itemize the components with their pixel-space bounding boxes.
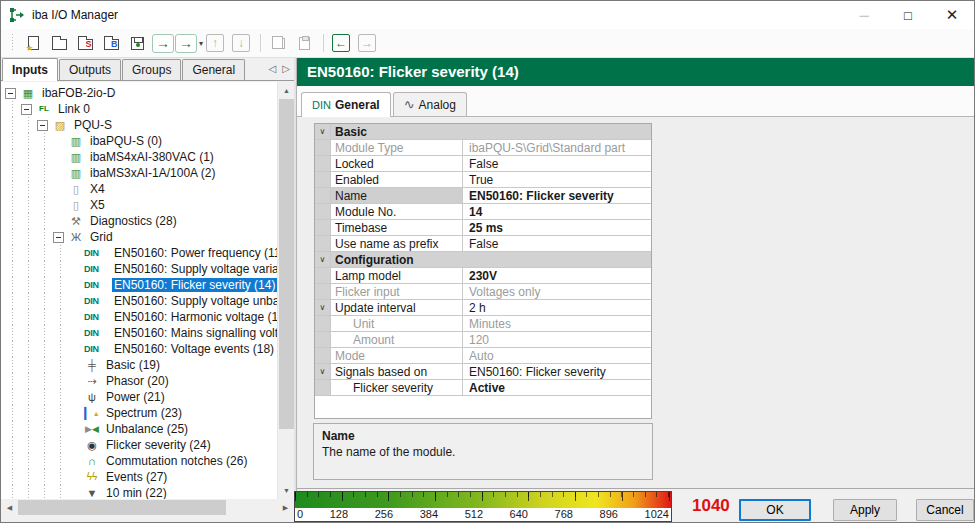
chevron-down-icon[interactable]: ∨ — [315, 124, 331, 139]
property-value[interactable]: False — [463, 236, 651, 251]
tree-guide — [37, 485, 53, 499]
tree-item[interactable]: ∩Commutation notches (26) — [1, 453, 277, 469]
tree-item[interactable]: DINEN50160: Voltage events (18) — [1, 341, 277, 357]
grid-section-row[interactable]: ∨Basic — [315, 124, 651, 140]
collapse-icon[interactable] — [53, 232, 64, 243]
property-value[interactable]: Active — [463, 380, 651, 395]
tab-scroll-left-icon[interactable]: ◁ — [269, 63, 277, 74]
tree-item[interactable]: ▯X4 — [1, 181, 277, 197]
grid-property-row[interactable]: ∨Signals based onEN50160: Flicker severi… — [315, 364, 651, 380]
property-value[interactable]: Voltages only — [463, 284, 651, 299]
tree-item[interactable]: ◉Flicker severity (24) — [1, 437, 277, 453]
scroll-left-icon[interactable]: ◀ — [1, 499, 18, 516]
tree-item[interactable]: DINEN50160: Harmonic voltage (16) — [1, 309, 277, 325]
vertical-scroll-thumb[interactable] — [279, 99, 294, 429]
tab-analog[interactable]: ∿ Analog — [393, 92, 467, 116]
sidebar-tab-groups[interactable]: Groups — [122, 59, 181, 80]
property-value[interactable]: True — [463, 172, 651, 187]
property-grid: ∨BasicModule TypeibaPQU-S\Grid\Standard … — [314, 123, 652, 419]
tree-item[interactable]: ▼10 min (22) — [1, 485, 277, 499]
property-value[interactable]: EN50160: Flicker severity — [463, 364, 651, 379]
tree-item[interactable]: ▥ibaMS4xAI-380VAC (1) — [1, 149, 277, 165]
tree-item[interactable]: DINEN50160: Mains signalling voltag — [1, 325, 277, 341]
tree-item[interactable]: ψPower (21) — [1, 389, 277, 405]
grid-property-row[interactable]: Use name as prefixFalse — [315, 236, 651, 252]
grid-property-row[interactable]: ModeAuto — [315, 348, 651, 364]
property-value[interactable]: 14 — [463, 204, 651, 219]
tree-item[interactable]: DINEN50160: Supply voltage unbala — [1, 293, 277, 309]
open-file-b-button[interactable]: B — [99, 31, 123, 55]
tree-item[interactable]: ▯X5 — [1, 197, 277, 213]
property-value[interactable]: False — [463, 156, 651, 171]
tree-item[interactable]: DINEN50160: Flicker severity (14) — [1, 277, 277, 293]
tree-item[interactable]: FLLink 0 — [1, 101, 277, 117]
scroll-up-icon[interactable]: ▲ — [278, 82, 295, 99]
tree-item[interactable]: ⇢Phasor (20) — [1, 373, 277, 389]
ok-button[interactable]: OK — [739, 499, 811, 521]
minimize-icon[interactable]: ─ — [842, 1, 886, 29]
scroll-down-icon[interactable]: ▼ — [278, 482, 295, 499]
sidebar-tab-outputs[interactable]: Outputs — [59, 59, 121, 80]
chevron-down-icon[interactable]: ∨ — [315, 252, 331, 267]
tree-item[interactable]: ╪Basic (19) — [1, 357, 277, 373]
chevron-down-icon[interactable]: ∨ — [315, 300, 331, 315]
grid-property-row[interactable]: UnitMinutes — [315, 316, 651, 332]
grid-property-row[interactable]: LockedFalse — [315, 156, 651, 172]
open-file-button[interactable] — [47, 31, 71, 55]
collapse-icon[interactable] — [37, 120, 48, 131]
grid-property-row[interactable]: Module TypeibaPQU-S\Grid\Standard part — [315, 140, 651, 156]
tree-vertical-scrollbar[interactable]: ▲ ▼ — [277, 82, 294, 499]
scroll-right-icon[interactable]: ▶ — [277, 499, 294, 516]
grid-property-row[interactable]: EnabledTrue — [315, 172, 651, 188]
property-value[interactable]: EN50160: Flicker severity — [463, 188, 651, 203]
open-file-s-button[interactable]: S — [73, 31, 97, 55]
close-icon[interactable]: ✕ — [930, 1, 974, 29]
nav-back-button[interactable]: ← — [329, 31, 353, 55]
grid-property-row[interactable]: NameEN50160: Flicker severity — [315, 188, 651, 204]
export-button[interactable]: →▾ — [177, 31, 201, 55]
sidebar-tab-inputs[interactable]: Inputs — [2, 58, 58, 81]
grid-property-row[interactable]: Timebase25 ms — [315, 220, 651, 236]
tree-guide — [37, 405, 53, 421]
cancel-button[interactable]: Cancel — [916, 499, 974, 521]
property-value[interactable]: 2 h — [463, 300, 651, 315]
property-value[interactable]: 25 ms — [463, 220, 651, 235]
property-value[interactable]: Minutes — [463, 316, 651, 331]
chevron-down-icon[interactable]: ∨ — [315, 364, 331, 379]
new-configuration-button[interactable]: ★ — [21, 31, 45, 55]
tree-item[interactable]: ▥ibaMS3xAI-1A/100A (2) — [1, 165, 277, 181]
tree-horizontal-scrollbar[interactable]: ◀ ▶ — [1, 499, 294, 516]
grid-property-row[interactable]: Module No.14 — [315, 204, 651, 220]
collapse-icon[interactable] — [5, 88, 16, 99]
grid-property-row[interactable]: Flicker inputVoltages only — [315, 284, 651, 300]
property-value[interactable]: ibaPQU-S\Grid\Standard part — [463, 140, 651, 155]
grid-section-row[interactable]: ∨Configuration — [315, 252, 651, 268]
maximize-icon[interactable]: □ — [886, 1, 930, 29]
tree-item[interactable]: DINEN50160: Power frequency (11) — [1, 245, 277, 261]
sidebar-tab-general[interactable]: General — [182, 59, 245, 80]
tab-scroll-right-icon[interactable]: ▷ — [282, 63, 290, 74]
tree-guide — [37, 245, 53, 261]
tree-item[interactable]: DINEN50160: Supply voltage variatic — [1, 261, 277, 277]
tree-item[interactable]: ▶◀Unbalance (25) — [1, 421, 277, 437]
tree-item[interactable]: ϟϟEvents (27) — [1, 469, 277, 485]
grid-property-row[interactable]: Amount120 — [315, 332, 651, 348]
save-button[interactable] — [125, 31, 149, 55]
apply-button[interactable]: Apply — [833, 499, 897, 521]
tree-item[interactable]: ▨PQU-S — [1, 117, 277, 133]
tree-item[interactable]: ▦ibaFOB-2io-D — [1, 85, 277, 101]
tree-item[interactable]: ▥ibaPQU-S (0) — [1, 133, 277, 149]
collapse-icon[interactable] — [21, 104, 32, 115]
property-value[interactable]: 120 — [463, 332, 651, 347]
tree-item[interactable]: ЖGrid — [1, 229, 277, 245]
grid-property-row[interactable]: Flicker severityActive — [315, 380, 651, 396]
property-value[interactable]: Auto — [463, 348, 651, 363]
grid-property-row[interactable]: Lamp model230V — [315, 268, 651, 284]
tree-item[interactable]: ▎▲Spectrum (23) — [1, 405, 277, 421]
tab-general[interactable]: DIN General — [301, 92, 391, 117]
horizontal-scroll-thumb[interactable] — [18, 500, 226, 515]
property-value[interactable]: 230V — [463, 268, 651, 283]
import-button[interactable]: → — [151, 31, 175, 55]
tree-item[interactable]: ⚒Diagnostics (28) — [1, 213, 277, 229]
grid-property-row[interactable]: ∨Update interval2 h — [315, 300, 651, 316]
